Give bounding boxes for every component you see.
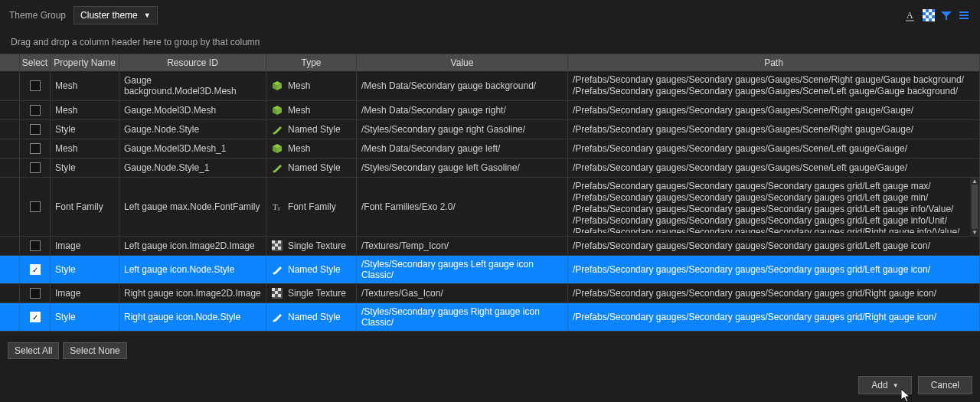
value-cell: /Textures/Gas_Icon/ — [357, 284, 568, 302]
table-row[interactable]: MeshGauge.Model3D.MeshMesh/Mesh Data/Sec… — [0, 101, 980, 120]
list-icon[interactable] — [957, 8, 971, 22]
row-handle — [0, 178, 20, 236]
grid-body: MeshGauge background.Model3D.MeshMesh/Me… — [0, 71, 980, 332]
row-checkbox[interactable]: ✓ — [30, 312, 41, 322]
table-row[interactable]: MeshGauge.Model3D.Mesh_1Mesh/Mesh Data/S… — [0, 139, 980, 159]
svg-rect-7 — [923, 15, 926, 18]
type-label: Mesh — [288, 80, 310, 91]
checker-icon[interactable] — [922, 8, 936, 22]
svg-point-41 — [273, 320, 276, 322]
table-row[interactable]: StyleGauge.Node.Style_1Named Style/Style… — [0, 159, 980, 178]
path-line: /Prefabs/Secondary gauges/Secondary gaug… — [573, 162, 975, 174]
scroll-thumb[interactable] — [972, 185, 978, 229]
table-row[interactable]: MeshGauge background.Model3D.MeshMesh/Me… — [0, 71, 980, 101]
svg-rect-8 — [929, 15, 932, 18]
cube-icon — [271, 104, 283, 116]
table-row[interactable]: ✓StyleRight gauge icon.Node.StyleNamed S… — [0, 303, 980, 332]
path-cell: /Prefabs/Secondary gauges/Secondary gaug… — [568, 159, 980, 177]
path-line: /Prefabs/Secondary gauges/Secondary gaug… — [573, 105, 975, 116]
add-button[interactable]: Add ▼ — [858, 376, 911, 394]
svg-rect-3 — [923, 9, 926, 12]
svg-rect-39 — [272, 294, 275, 297]
path-cell: /Prefabs/Secondary gauges/Secondary gaug… — [568, 284, 980, 302]
add-label: Add — [871, 380, 887, 391]
svg-rect-38 — [275, 291, 278, 294]
path-cell: /Prefabs/Secondary gauges/Secondary gaug… — [568, 101, 980, 119]
theme-group-dropdown[interactable]: Cluster theme ▼ — [74, 6, 158, 25]
header-row: Select Property Name Resource ID Type Va… — [0, 54, 980, 71]
svg-text:A: A — [906, 10, 913, 21]
row-checkbox[interactable] — [30, 162, 41, 173]
row-checkbox[interactable] — [30, 288, 41, 299]
table-row[interactable]: StyleGauge.Node.StyleNamed Style/Styles/… — [0, 120, 980, 139]
header-value[interactable]: Value — [357, 54, 568, 71]
table-row[interactable]: Font FamilyLeft gauge max.Node.FontFamil… — [0, 178, 980, 237]
type-label: Font Family — [288, 201, 336, 212]
header-property[interactable]: Property Name — [51, 54, 119, 71]
svg-rect-6 — [932, 12, 935, 15]
font-underline-icon[interactable]: A — [904, 8, 918, 22]
type-label: Single Texture — [288, 240, 346, 251]
header-path[interactable]: Path — [568, 54, 980, 71]
scroll-down-icon[interactable]: ▼ — [972, 229, 978, 236]
property-cell: Style — [51, 256, 119, 283]
type-label: Named Style — [288, 124, 341, 135]
row-checkbox[interactable] — [30, 124, 41, 135]
svg-rect-36 — [272, 288, 275, 291]
row-handle — [0, 284, 20, 302]
path-line: /Prefabs/Secondary gauges/Secondary gaug… — [573, 192, 975, 204]
property-cell: Mesh — [51, 139, 119, 158]
property-cell: Style — [51, 159, 119, 177]
svg-marker-11 — [941, 11, 952, 20]
resource-cell: Gauge.Model3D.Mesh — [119, 101, 266, 119]
svg-rect-4 — [929, 9, 932, 12]
type-label: Named Style — [288, 162, 341, 173]
header-type[interactable]: Type — [266, 54, 357, 71]
svg-rect-12 — [959, 11, 969, 13]
row-checkbox[interactable] — [30, 105, 41, 116]
header-select[interactable]: Select — [20, 54, 51, 71]
path-line: /Prefabs/Secondary gauges/Secondary gaug… — [573, 240, 975, 252]
path-line: /Prefabs/Secondary gauges/Secondary gaug… — [573, 312, 975, 323]
row-checkbox[interactable] — [30, 201, 41, 212]
table-row[interactable]: ✓StyleLeft gauge icon.Node.StyleNamed St… — [0, 256, 980, 284]
chevron-down-icon: ▼ — [893, 382, 899, 389]
row-checkbox-cell: ✓ — [20, 303, 51, 331]
header-handle[interactable] — [0, 54, 20, 71]
path-cell: /Prefabs/Secondary gauges/Secondary gaug… — [568, 120, 980, 139]
row-checkbox[interactable] — [30, 240, 41, 251]
resource-cell: Gauge background.Model3D.Mesh — [119, 71, 266, 100]
property-cell: Mesh — [51, 101, 119, 119]
value-cell: /Mesh Data/Secondary gauge left/ — [357, 139, 568, 158]
property-cell: Mesh — [51, 71, 119, 100]
select-none-button[interactable]: Select None — [63, 342, 126, 359]
data-grid: Select Property Name Resource ID Type Va… — [0, 54, 980, 332]
row-checkbox-cell — [20, 237, 51, 255]
resource-cell: Left gauge icon.Image2D.Image — [119, 237, 266, 255]
row-checkbox-cell — [20, 159, 51, 177]
cancel-button[interactable]: Cancel — [918, 376, 972, 394]
value-cell: /Mesh Data/Secondary gauge background/ — [357, 71, 568, 100]
row-handle — [0, 237, 20, 255]
table-row[interactable]: ImageRight gauge icon.Image2D.ImageSingl… — [0, 284, 980, 303]
value-cell: /Styles/Secondary gauges Left gauge icon… — [357, 256, 568, 283]
select-all-button[interactable]: Select All — [8, 342, 59, 359]
scroll-up-icon[interactable]: ▲ — [972, 178, 978, 185]
filter-icon[interactable] — [939, 8, 953, 22]
row-checkbox-cell — [20, 139, 51, 158]
path-scrollbar[interactable]: ▲▼ — [970, 178, 979, 236]
brush-icon — [271, 162, 283, 174]
path-line: /Prefabs/Secondary gauges/Secondary gaug… — [573, 204, 975, 215]
row-checkbox[interactable] — [30, 80, 41, 91]
resource-cell: Right gauge icon.Image2D.Image — [119, 284, 266, 302]
row-handle — [0, 139, 20, 158]
table-row[interactable]: ImageLeft gauge icon.Image2D.ImageSingle… — [0, 237, 980, 256]
path-line: /Prefabs/Secondary gauges/Secondary gaug… — [573, 264, 975, 276]
row-checkbox-cell — [20, 71, 51, 100]
resource-cell: Gauge.Node.Style_1 — [119, 159, 266, 177]
row-checkbox[interactable]: ✓ — [30, 264, 41, 275]
type-label: Single Texture — [288, 288, 346, 299]
row-checkbox[interactable] — [30, 143, 41, 154]
svg-rect-37 — [278, 288, 281, 291]
header-resource[interactable]: Resource ID — [119, 54, 266, 71]
